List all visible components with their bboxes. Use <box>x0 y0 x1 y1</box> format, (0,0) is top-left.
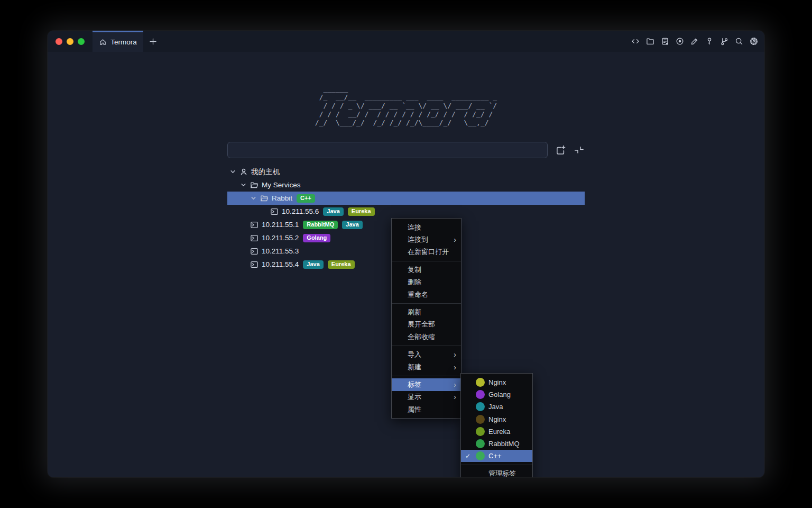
titlebar-icons <box>631 31 758 52</box>
menu-item-label: 属性 <box>408 405 421 414</box>
chevron-down-icon[interactable] <box>229 168 236 175</box>
tree-row[interactable]: 我的主机 <box>227 165 585 178</box>
submenu-arrow-icon: › <box>454 351 456 358</box>
tag-menu-item[interactable]: Golang <box>461 388 532 401</box>
menu-item[interactable]: 复制 <box>392 264 461 276</box>
tag-menu-item[interactable]: Eureka <box>461 425 532 438</box>
menu-item-label: 复制 <box>408 265 421 275</box>
terminal-icon <box>250 221 259 229</box>
tab-title: Termora <box>110 38 137 46</box>
tag-menu-item-label: Java <box>488 403 503 411</box>
tag-color-dot <box>476 439 485 448</box>
new-tab-button[interactable] <box>148 37 158 46</box>
search-input[interactable] <box>227 142 548 158</box>
tag-color-dot <box>476 378 485 387</box>
menu-item[interactable]: 全部收缩 <box>392 331 461 343</box>
tree-row-label: 10.211.55.4 <box>262 260 299 268</box>
tag-menu-item[interactable]: RabbitMQ <box>461 438 532 450</box>
manage-tags-item[interactable]: 管理标签 <box>461 467 532 477</box>
minimize-window-button[interactable] <box>67 38 73 45</box>
collapse-icon[interactable] <box>573 144 585 156</box>
menu-item-label: 标签 <box>408 380 421 389</box>
zoom-window-button[interactable] <box>78 38 85 45</box>
tag-color-dot <box>476 402 485 411</box>
menu-item[interactable]: 导入› <box>392 349 461 361</box>
menu-item-label: 全部收缩 <box>408 332 435 342</box>
home-icon <box>99 38 107 46</box>
chevron-down-icon[interactable] <box>240 182 247 188</box>
tree-row-label: 我的主机 <box>251 167 280 177</box>
menu-separator <box>392 376 461 376</box>
tag-submenu: NginxGolangJavaNginxEurekaRabbitMQ✓C++ 管… <box>460 373 533 477</box>
tag-color-dot <box>476 390 485 399</box>
folder-open-icon <box>260 194 269 203</box>
menu-item[interactable]: 显示› <box>392 391 461 403</box>
tag-badge: Java <box>303 260 323 269</box>
menu-item[interactable]: 标签› <box>392 378 461 391</box>
menu-item[interactable]: 连接 <box>392 221 461 233</box>
submenu-arrow-icon: › <box>454 381 456 388</box>
tree-row-label: My Services <box>262 181 301 189</box>
menu-item-label: 导入 <box>408 350 421 359</box>
tag-menu-item[interactable]: Nginx <box>461 413 532 425</box>
edit-icon[interactable] <box>690 37 699 46</box>
branch-icon[interactable] <box>720 37 728 46</box>
menu-item-label: 连接 <box>408 223 421 232</box>
menu-item[interactable]: 刷新 <box>392 306 461 318</box>
tag-menu-item-label: Nginx <box>488 415 506 423</box>
search-icon[interactable] <box>735 37 743 46</box>
record-icon[interactable] <box>676 37 684 46</box>
tag-menu-item-label: Eureka <box>488 428 510 436</box>
menu-item[interactable]: 连接到› <box>392 233 461 246</box>
menu-item[interactable]: 在新窗口打开 <box>392 246 461 258</box>
tag-menu-item[interactable]: Java <box>461 401 532 413</box>
menu-item-label: 重命名 <box>408 290 428 300</box>
tree-row[interactable]: 10.211.55.6JavaEureka <box>227 205 585 218</box>
menu-item-label: 展开全部 <box>408 320 435 329</box>
folder-icon[interactable] <box>646 37 654 46</box>
submenu-arrow-icon: › <box>454 393 456 401</box>
key-icon[interactable] <box>705 37 714 46</box>
tag-menu-item-label: RabbitMQ <box>488 440 520 448</box>
tag-badge: Eureka <box>348 207 375 216</box>
tag-color-dot <box>476 415 485 424</box>
tree-row-label: Rabbit <box>272 194 292 202</box>
menu-separator <box>461 465 532 465</box>
menu-item[interactable]: 重命名 <box>392 288 461 301</box>
menu-item[interactable]: 新建› <box>392 361 461 373</box>
traffic-lights <box>56 31 85 52</box>
tag-badge: Java <box>342 221 362 229</box>
tag-color-dot <box>476 427 485 436</box>
tag-badge: Eureka <box>328 260 355 269</box>
tag-menu-item[interactable]: ✓C++ <box>461 450 532 462</box>
terminal-icon <box>250 234 259 242</box>
tab-termora[interactable]: Termora <box>93 31 143 52</box>
menu-separator <box>392 346 461 346</box>
menu-item-label: 删除 <box>408 277 421 287</box>
tag-badge: Java <box>323 207 343 216</box>
tree-row[interactable]: My Services <box>227 178 585 192</box>
settings-icon[interactable] <box>750 37 758 46</box>
checkmark-icon: ✓ <box>465 452 474 460</box>
search-row <box>227 142 585 158</box>
menu-item-label: 新建 <box>408 362 421 372</box>
menu-item[interactable]: 删除 <box>392 276 461 288</box>
user-icon <box>239 168 248 176</box>
tag-menu-item[interactable]: Nginx <box>461 376 532 388</box>
tree-row[interactable]: RabbitC++ <box>227 192 585 205</box>
menu-item-label: 刷新 <box>408 307 421 317</box>
folder-open-icon <box>250 181 259 189</box>
tag-menu-item-label: C++ <box>488 452 502 460</box>
close-window-button[interactable] <box>56 38 62 45</box>
terminal-icon <box>250 247 259 256</box>
add-host-icon[interactable] <box>555 144 566 156</box>
menu-item-label: 显示 <box>408 392 421 402</box>
log-icon[interactable] <box>661 37 669 46</box>
terminal-icon <box>250 260 259 269</box>
chevron-down-icon[interactable] <box>250 195 257 202</box>
code-icon[interactable] <box>631 37 640 46</box>
ascii-logo: ______ /_ __/__ _________ ___ ____ _____… <box>315 52 497 127</box>
tag-badge: Golang <box>303 234 330 242</box>
menu-item[interactable]: 展开全部 <box>392 319 461 331</box>
menu-item[interactable]: 属性 <box>392 403 461 415</box>
